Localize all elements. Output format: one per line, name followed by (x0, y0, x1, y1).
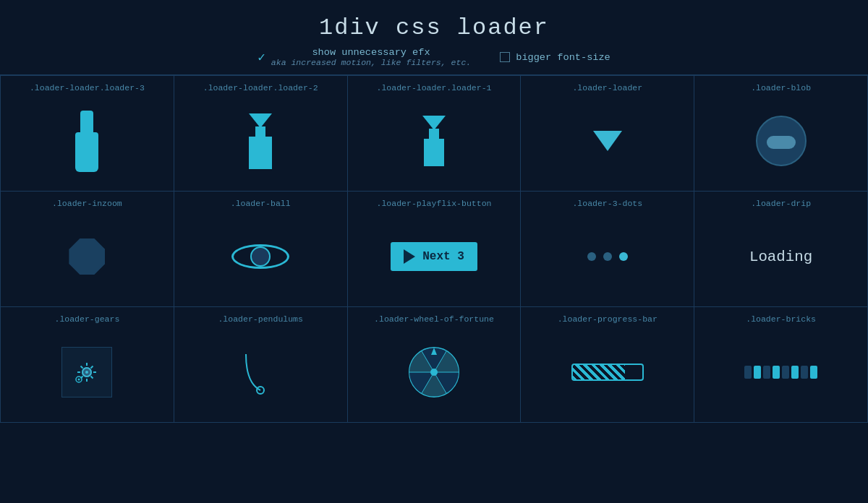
bottle-loader-icon (75, 111, 98, 172)
arrow-bottle-sm-icon (422, 116, 446, 166)
gear-box (61, 347, 112, 397)
checkmark-icon: ✓ (258, 50, 265, 65)
playflix-button[interactable]: Next 3 (391, 242, 477, 271)
cell-loader-3-dots: .loader-3-dots (521, 192, 694, 307)
cell-loader-wheel: .loader-wheel-of-fortune (348, 307, 522, 423)
dot-1 (587, 252, 596, 261)
arrow-down-sm-icon (422, 116, 446, 130)
cell-content-loader-playflix: Next 3 (354, 214, 515, 299)
brick-3 (763, 366, 770, 379)
cell-content-loader-loader-2 (180, 98, 341, 184)
bricks-icon (744, 366, 817, 379)
cell-content-loader-loader (527, 98, 688, 184)
cell-label-loader-ball: .loader-ball (180, 199, 341, 208)
cell-loader-pendulums: .loader-pendulums (174, 307, 348, 423)
svg-point-13 (430, 369, 438, 376)
rect-blue-lg (249, 137, 272, 169)
cell-loader-bricks: .loader-bricks (694, 307, 868, 423)
play-triangle-icon (404, 249, 415, 264)
cell-loader-inzoom: .loader-inzoom (1, 192, 174, 307)
cell-loader-loader-3: .loader-loader.loader-3 (1, 76, 174, 192)
cell-content-loader-gears (7, 330, 168, 415)
cell-content-loader-progress-bar (527, 330, 688, 415)
loader-grid: .loader-loader.loader-3 .loader-loader.l… (0, 75, 868, 423)
cell-label-loader-loader-3: .loader-loader.loader-3 (7, 83, 168, 93)
checkbox1-label[interactable]: ✓ show unnecessary efx aka increased mot… (258, 47, 471, 67)
brick-4 (773, 366, 780, 379)
blob-inner (767, 136, 796, 149)
loading-text: Loading (749, 249, 812, 265)
brick-7 (801, 366, 808, 379)
cell-label-loader-playflix: .loader-playflix-button (354, 199, 515, 208)
brick-8 (810, 366, 817, 379)
brick-2 (754, 366, 761, 379)
cell-loader-progress-bar: .loader-progress-bar (521, 307, 694, 423)
cell-loader-loader-1: .loader-loader.loader-1 (348, 76, 522, 192)
cell-label-loader-loader: .loader-loader (527, 83, 688, 93)
checkbox1-sub: aka increased motion, like filters, etc. (271, 58, 471, 67)
cell-label-loader-3-dots: .loader-3-dots (527, 199, 688, 208)
svg-point-3 (78, 379, 80, 381)
page-title: 1div css loader (0, 14, 868, 41)
brick-5 (782, 366, 789, 379)
cell-label-loader-gears: .loader-gears (7, 314, 168, 324)
cell-label-loader-wheel: .loader-wheel-of-fortune (354, 314, 515, 324)
cell-content-loader-ball (180, 214, 341, 299)
checkbox2-text: bigger font-size (516, 52, 610, 63)
cell-label-loader-inzoom: .loader-inzoom (7, 199, 168, 208)
arrow-stem (255, 126, 265, 137)
inzoom-icon (69, 238, 105, 275)
rect-blue-sm (424, 139, 444, 166)
cell-content-loader-loader-1 (354, 98, 515, 184)
cell-label-loader-drip: .loader-drip (700, 199, 861, 208)
svg-point-1 (85, 371, 88, 374)
brick-1 (744, 366, 752, 379)
checkbox2-box[interactable] (500, 52, 510, 62)
cell-content-loader-bricks (700, 330, 861, 415)
cell-loader-playflix: .loader-playflix-button Next 3 (348, 192, 522, 307)
cell-content-loader-inzoom (7, 214, 168, 299)
cell-label-loader-pendulums: .loader-pendulums (180, 314, 341, 324)
cell-loader-ball: .loader-ball (174, 192, 348, 307)
blob-circle-icon (756, 116, 807, 166)
header: 1div css loader ✓ show unnecessary efx a… (0, 0, 868, 75)
cell-loader-loader: .loader-loader (521, 76, 694, 192)
ball-disk-icon (231, 244, 289, 269)
checkbox2-label[interactable]: bigger font-size (500, 52, 610, 63)
cell-label-loader-progress-bar: .loader-progress-bar (527, 314, 688, 324)
arrow-down-icon (249, 113, 272, 128)
ball-disk-inner (250, 246, 271, 267)
progress-bar-inner (573, 365, 625, 379)
cell-loader-drip: .loader-drip Loading (694, 192, 868, 307)
cell-label-loader-bricks: .loader-bricks (700, 314, 861, 324)
pendulum-icon (239, 347, 282, 397)
cell-label-loader-blob: .loader-blob (700, 83, 861, 93)
progress-bar-outer (571, 364, 644, 381)
dot-2 (603, 252, 612, 261)
cell-content-loader-loader-3 (7, 98, 168, 184)
cell-content-loader-drip: Loading (700, 214, 861, 299)
cell-loader-gears: .loader-gears (1, 307, 174, 423)
gear-icon (69, 354, 105, 390)
checkbox1-text: show unnecessary efx (312, 47, 430, 58)
play-btn-text: Next 3 (422, 250, 464, 263)
cell-label-loader-loader-2: .loader-loader.loader-2 (180, 83, 341, 93)
cell-content-loader-pendulums (180, 330, 341, 415)
bottle-neck (80, 111, 93, 132)
ball-disk-wrapper (231, 244, 289, 269)
header-controls: ✓ show unnecessary efx aka increased mot… (0, 47, 868, 67)
cell-content-loader-blob (700, 98, 861, 184)
three-dots-icon (587, 252, 628, 261)
brick-6 (791, 366, 799, 379)
arrow-stem-sm (429, 129, 439, 139)
plain-arrow-icon (593, 131, 622, 151)
bottle-body (75, 132, 98, 172)
cell-label-loader-loader-1: .loader-loader.loader-1 (354, 83, 515, 93)
cell-content-loader-wheel (354, 330, 515, 415)
arrow-bottle-lg-icon (249, 113, 272, 169)
cell-loader-loader-2: .loader-loader.loader-2 (174, 76, 348, 192)
dot-3 (619, 252, 628, 261)
wheel-icon (405, 343, 463, 401)
cell-content-loader-3-dots (527, 214, 688, 299)
cell-loader-blob: .loader-blob (694, 76, 868, 192)
